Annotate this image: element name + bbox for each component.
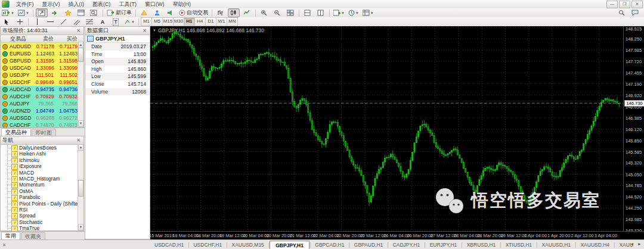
navigator-item-tmatrue[interactable]: fTmaTrue — [1, 225, 83, 231]
channel-tool[interactable] — [70, 17, 82, 26]
column-symbol[interactable]: 交易品种 — [1, 35, 30, 42]
periods-button[interactable]: ▼ — [347, 8, 360, 17]
tab-symbols[interactable]: 交易品种 — [1, 128, 31, 136]
navigator-item-dailylinesboxes[interactable]: fDailyLinesBoxes — [1, 145, 83, 151]
bar-chart-button[interactable] — [215, 8, 227, 17]
market-watch-row-usdjpy[interactable]: USDJPY111.501111.502 — [1, 71, 83, 79]
chart-area[interactable]: ▼ GBPJPY,H1 146.868 146.892 146.688 146.… — [150, 26, 623, 231]
chart-tab-1[interactable]: USDCHF,H1 — [189, 241, 226, 248]
timeframe-m5[interactable]: M5 — [152, 17, 163, 26]
menu-w[interactable]: 窗口(W) — [141, 0, 169, 8]
favorites-button[interactable] — [62, 8, 74, 17]
chart-tab-4[interactable]: GBPCAD,H1 — [311, 241, 348, 248]
arrange-vertical-button[interactable] — [315, 8, 327, 17]
navigator-item-spread[interactable]: fSpread — [1, 213, 83, 219]
profiles-button[interactable]: ▼ — [17, 8, 30, 17]
chart-tab-7[interactable]: EURJPY,H1 — [426, 241, 462, 248]
navigator-item-ichimoku[interactable]: fIchimoku — [1, 157, 83, 163]
menu-f[interactable]: 文件(F) — [12, 0, 38, 8]
text-label-tool[interactable]: T — [110, 17, 122, 26]
timeframe-d1[interactable]: D1 — [206, 17, 216, 26]
chart-tab-6[interactable]: CADJPY,H1 — [389, 241, 425, 248]
arrange-horizontal-button[interactable] — [302, 8, 314, 17]
scroll-up-icon[interactable]: ▲ — [78, 144, 83, 151]
navigator-item-heiken-ashi[interactable]: fHeiken Ashi — [1, 151, 83, 157]
chart-tab-9[interactable]: XTIUSD,H1 — [501, 241, 536, 248]
autotrade-button[interactable]: 自动交易 — [178, 8, 209, 17]
navigator-item-momentum[interactable]: fMomentum — [1, 182, 83, 188]
market-watch-row-audsgd[interactable]: AUDSGD0.962680.96272 — [1, 114, 83, 122]
line-chart-button[interactable] — [241, 8, 253, 17]
timeframe-h1[interactable]: H1 — [184, 17, 195, 26]
fibonacci-tool[interactable] — [83, 17, 95, 26]
scroll-down-icon[interactable]: ▼ — [78, 120, 83, 127]
timeframe-w1[interactable]: W1 — [216, 17, 227, 26]
navigator-item-rsi[interactable]: fRSI — [1, 207, 83, 213]
chat-icon[interactable] — [629, 8, 641, 17]
timeframe-m30[interactable]: M30 — [174, 17, 184, 26]
close-icon[interactable]: ✕ — [141, 28, 148, 33]
navigator-item-macd[interactable]: fMACD — [1, 170, 83, 176]
timeframe-m15[interactable]: M15 — [163, 17, 174, 26]
tab-scroll-arrows[interactable]: ◄ ► — [630, 242, 643, 246]
menu-i[interactable]: 插入(I) — [64, 0, 89, 8]
new-chart-button[interactable]: ▼ — [1, 8, 16, 17]
chart-tab-10[interactable]: XAUUSD,H1 — [537, 241, 575, 248]
market-watch-row-audusd[interactable]: AUDUSD0.711780.71179 — [1, 43, 83, 50]
dock-close-icon[interactable]: ✕ — [0, 242, 8, 248]
timeframe-m1[interactable]: M1 — [141, 17, 152, 26]
menu-t[interactable]: 工具(T) — [115, 0, 141, 8]
zoom-out-button[interactable] — [271, 8, 283, 17]
trendline-tool[interactable] — [57, 17, 69, 26]
close-button[interactable]: ✕ — [631, 1, 643, 8]
zoom-window-button[interactable] — [88, 8, 100, 17]
chart-tab-8[interactable]: XBRUSD,H1 — [463, 241, 500, 248]
menu-h[interactable]: 帮助(H) — [169, 0, 196, 8]
market-watch-row-audchf[interactable]: AUDCHF0.709290.70932 — [1, 93, 83, 100]
market-watch-scrollbar[interactable]: ▲ ▼ — [78, 42, 83, 127]
cursor-tool[interactable] — [1, 17, 13, 26]
alert-icon[interactable] — [138, 8, 150, 17]
market-watch-row-audjpy[interactable]: AUDJPY79.36579.366 — [1, 100, 83, 107]
indicators-button[interactable]: ▼ — [332, 8, 346, 17]
crosshair-tool[interactable] — [14, 17, 26, 26]
news-icon[interactable] — [165, 8, 177, 17]
scroll-down-icon[interactable]: ▼ — [78, 224, 83, 231]
close-icon[interactable]: ✕ — [75, 28, 82, 33]
timeframe-h4[interactable]: H4 — [195, 17, 206, 26]
navigator-scrollbar[interactable]: ▲ ▼ — [78, 144, 83, 231]
chart-shift-button[interactable] — [36, 8, 48, 17]
restore-button[interactable]: ❐ — [619, 1, 630, 8]
new-order-button[interactable]: 新订单 — [106, 8, 133, 17]
market-watch-row-usdchf[interactable]: USDCHF0.996490.99651 — [1, 79, 83, 86]
market-watch-row-audcad[interactable]: AUDCAD0.947350.94736 — [1, 86, 83, 93]
navigator-item-macd-histogram[interactable]: fMACD_Histogram — [1, 176, 83, 182]
templates-button[interactable]: ▼ — [361, 8, 375, 17]
column-bid[interactable]: 卖价 — [30, 35, 54, 42]
text-tool[interactable]: A — [97, 17, 109, 26]
menu-c[interactable]: 图表(C) — [88, 0, 115, 8]
menu-v[interactable]: 显示(V) — [38, 0, 64, 8]
close-icon[interactable]: ✕ — [75, 138, 82, 143]
vertical-line-tool[interactable] — [31, 17, 43, 26]
arrows-tool[interactable]: ▼ — [123, 17, 136, 26]
zoom-in-button[interactable] — [258, 8, 270, 17]
price-axis[interactable]: 148.515148.250147.985147.720147.455147.1… — [623, 26, 644, 231]
market-watch-row-audnzd[interactable]: AUDNZD1.047491.04753 — [1, 107, 83, 114]
tile-windows-button[interactable] — [284, 8, 296, 17]
minimize-button[interactable]: — — [606, 1, 618, 8]
time-axis[interactable]: 15 Mar 201918 Mar 04:0018 Mar 20:0019 Ma… — [150, 231, 644, 240]
navigator-item-iexposure[interactable]: fiExposure — [1, 163, 83, 169]
market-watch-row-gbpusd[interactable]: GBPUSD1.315951.31598 — [1, 57, 83, 64]
horizontal-line-tool[interactable] — [44, 17, 56, 26]
search-icon[interactable] — [616, 8, 628, 17]
windows-button[interactable] — [75, 8, 87, 17]
timeframe-mn[interactable]: MN — [227, 17, 238, 26]
market-watch-row-usdcad[interactable]: USDCAD1.330961.33099 — [1, 64, 83, 71]
navigator-item-stochastic[interactable]: fStochastic — [1, 219, 83, 225]
chart-tab-0[interactable]: USDCAD,H1 — [150, 241, 188, 248]
chart-tab-11[interactable]: XAUUSD,H4 — [576, 241, 614, 248]
chart-tab-2[interactable]: XAUUSD,M15 — [228, 241, 268, 248]
chart-tab-5[interactable]: GBPAUD,H1 — [350, 241, 388, 248]
market-watch-row-eurusd[interactable]: EURUSD1.124631.12463 — [1, 50, 83, 57]
